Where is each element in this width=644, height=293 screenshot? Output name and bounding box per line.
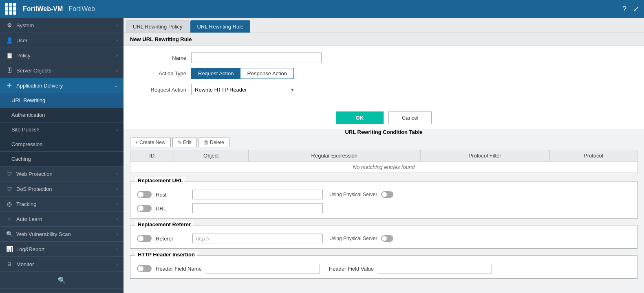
condition-table-section: URL Rewriting Condition Table + Create N… — [124, 129, 644, 178]
replacement-url-section: Replacement URL Host Using Physical Serv… — [130, 181, 637, 219]
chevron-down-icon: ⌄ — [114, 83, 118, 88]
col-id: ID — [130, 150, 174, 162]
sidebar-label-web-protection: Web Protection — [16, 171, 113, 177]
using-physical-server-host-toggle[interactable] — [381, 191, 393, 198]
table-row-empty: No matching entries found — [130, 162, 637, 173]
url-toggle[interactable] — [137, 205, 152, 212]
request-action-select[interactable]: Rewrite HTTP Header Redirect Rewrite URL — [191, 84, 297, 95]
sidebar-item-monitor[interactable]: 🖥 Monitor › — [0, 257, 124, 272]
referer-label: Referer — [156, 236, 188, 242]
http-header-insertion-legend: HTTP Header Insertion — [135, 251, 197, 258]
tracking-icon: ◎ — [6, 201, 13, 207]
chevron-right-icon: › — [116, 171, 118, 176]
sidebar-item-tracking[interactable]: ◎ Tracking › — [0, 197, 124, 212]
sidebar-label-authentication: Authentication — [11, 112, 118, 118]
request-action-row: Request Action Rewrite HTTP Header Redir… — [133, 84, 634, 95]
tab-url-rewriting-rule[interactable]: URL Rewriting Rule — [190, 20, 251, 33]
maximize-icon[interactable]: ⤢ — [633, 4, 639, 13]
url-label: URL — [156, 206, 188, 212]
sidebar-item-dos-protection[interactable]: 🛡 DoS Protection › — [0, 181, 124, 197]
chevron-right-icon: › — [116, 232, 118, 236]
referer-input[interactable] — [192, 234, 323, 243]
header-row: Header Field Name Header Field Value — [137, 264, 631, 273]
using-physical-server-referer-toggle[interactable] — [381, 235, 393, 242]
sidebar-item-auto-learn[interactable]: ≡ Auto Learn › — [0, 212, 124, 227]
web-vuln-scan-icon: 🔍 — [6, 231, 13, 237]
sidebar-label-log-report: Log&Report — [16, 246, 113, 252]
name-input[interactable] — [191, 52, 322, 63]
sidebar-item-policy[interactable]: 📋 Policy › — [0, 48, 124, 63]
app-vm-name: FortiWeb-VM — [23, 5, 63, 13]
delete-button[interactable]: 🗑 Delete — [198, 138, 229, 147]
dos-protection-icon: 🛡 — [6, 186, 13, 192]
user-icon: 👤 — [6, 37, 13, 44]
sidebar-item-application-delivery[interactable]: ✚ Application Delivery ⌄ — [0, 78, 124, 93]
header-field-name-label: Header Field Name — [156, 266, 202, 272]
table-toolbar: + Create New ✎ Edit 🗑 Delete — [130, 138, 637, 147]
application-delivery-icon: ✚ — [6, 82, 13, 89]
name-row: Name — [133, 52, 634, 63]
referer-row: Referer Using Physical Server — [137, 234, 631, 243]
sidebar-item-user[interactable]: 👤 User › — [0, 33, 124, 48]
condition-table: ID Object Regular Expression Protocol Fi… — [130, 150, 637, 173]
request-action-select-wrapper: Rewrite HTTP Header Redirect Rewrite URL… — [191, 84, 297, 95]
sidebar-item-url-rewriting[interactable]: URL Rewriting — [0, 93, 124, 108]
sidebar-item-compression[interactable]: Compression — [0, 137, 124, 152]
host-input[interactable] — [192, 190, 323, 199]
col-protocol-filter: Protocol Filter — [420, 150, 549, 162]
chevron-right-icon: › — [116, 38, 118, 43]
auto-learn-icon: ≡ — [6, 216, 13, 222]
replacement-referer-legend: Replacement Referer — [135, 221, 193, 227]
edit-button[interactable]: ✎ Edit — [172, 138, 197, 147]
sidebar-label-dos-protection: DoS Protection — [16, 186, 113, 192]
sidebar-label-system: System — [16, 22, 113, 28]
using-physical-server-referer-label: Using Physical Server — [329, 236, 377, 241]
sidebar-item-site-publish[interactable]: Site Publish › — [0, 122, 124, 137]
sidebar-label-tracking: Tracking — [16, 201, 113, 207]
chevron-right-icon: › — [116, 23, 118, 28]
web-protection-icon: 🛡 — [6, 171, 13, 177]
sidebar-item-web-vuln-scan[interactable]: 🔍 Web Vulnerability Scan › — [0, 227, 124, 242]
sidebar-label-web-vuln-scan: Web Vulnerability Scan — [16, 231, 113, 237]
chevron-right-icon: › — [116, 201, 118, 206]
col-object: Object — [174, 150, 249, 162]
tab-url-rewriting-policy[interactable]: URL Rewriting Policy — [126, 20, 190, 33]
ok-button[interactable]: OK — [336, 112, 384, 124]
header-toggle[interactable] — [137, 265, 152, 272]
sidebar-label-application-delivery: Application Delivery — [16, 83, 111, 89]
header-field-name-input[interactable] — [206, 264, 320, 273]
http-header-insertion-section: HTTP Header Insertion Header Field Name … — [130, 255, 637, 279]
chevron-right-icon: › — [116, 247, 118, 251]
create-new-button[interactable]: + Create New — [130, 138, 171, 147]
sidebar-search[interactable]: 🔍 — [0, 272, 124, 289]
sidebar-item-log-report[interactable]: 📊 Log&Report › — [0, 242, 124, 257]
help-icon[interactable]: ? — [622, 5, 626, 13]
action-type-row: Action Type Request Action Response Acti… — [133, 68, 634, 79]
sidebar-item-server-objects[interactable]: 🗄 Server Objects › — [0, 63, 124, 78]
url-row: URL — [137, 203, 631, 213]
form-container: New URL Rewriting Rule Name Action Type … — [124, 33, 644, 129]
request-action-button[interactable]: Request Action — [191, 68, 240, 79]
referer-toggle[interactable] — [137, 235, 152, 242]
request-action-label: Request Action — [133, 87, 186, 93]
response-action-button[interactable]: Response Action — [240, 68, 294, 79]
content-area: URL Rewriting Policy URL Rewriting Rule … — [124, 18, 644, 293]
cancel-button[interactable]: Cancel — [388, 112, 432, 124]
replacement-referer-section: Replacement Referer Referer Using Physic… — [130, 225, 637, 249]
host-row: Host Using Physical Server — [137, 190, 631, 199]
form-body: Name Action Type Request Action Response… — [124, 46, 644, 107]
condition-table-title: URL Rewriting Condition Table — [130, 129, 637, 135]
sidebar-item-system[interactable]: ⚙ System › — [0, 18, 124, 33]
host-label: Host — [156, 192, 188, 198]
url-input[interactable] — [192, 203, 323, 213]
chevron-right-icon: › — [116, 186, 118, 191]
col-protocol: Protocol — [549, 150, 637, 162]
header-field-value-input[interactable] — [378, 264, 492, 273]
host-toggle[interactable] — [137, 191, 152, 198]
empty-message: No matching entries found — [130, 162, 637, 173]
sidebar-item-web-protection[interactable]: 🛡 Web Protection › — [0, 166, 124, 181]
policy-icon: 📋 — [6, 52, 13, 59]
sidebar-item-caching[interactable]: Caching — [0, 152, 124, 166]
search-icon: 🔍 — [58, 276, 66, 284]
sidebar-item-authentication[interactable]: Authentication — [0, 108, 124, 122]
